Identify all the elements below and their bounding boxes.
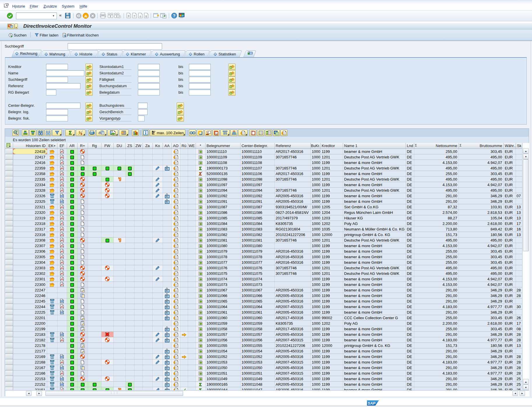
svg-text:XML: XML (60, 334, 64, 336)
svg-text:XML: XML (60, 367, 64, 369)
svg-text:XML: XML (60, 201, 64, 202)
svg-text:XML: XML (60, 356, 64, 358)
svg-text:Σ: Σ (199, 166, 202, 170)
svg-text:Σ: Σ (69, 130, 72, 135)
svg-text:XML: XML (60, 378, 64, 380)
svg-text:XML: XML (60, 384, 64, 385)
svg-text:XML: XML (60, 195, 64, 197)
svg-text:Σ: Σ (81, 132, 82, 135)
svg-text:SAP: SAP (368, 401, 375, 406)
svg-text:12: 12 (215, 133, 217, 135)
svg-text:XML: XML (60, 301, 64, 302)
svg-text:XML: XML (60, 312, 64, 313)
svg-text:Σ: Σ (199, 387, 202, 390)
svg-text:«: « (59, 13, 62, 18)
svg-text:Σ: Σ (199, 382, 202, 387)
svg-text:?: ? (173, 13, 175, 18)
